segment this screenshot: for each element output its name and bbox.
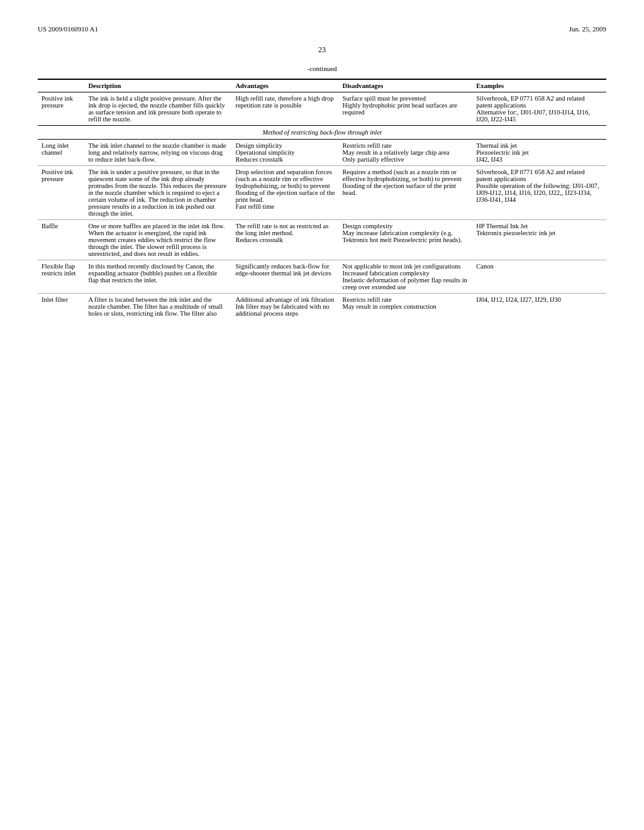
row-examples: Canon xyxy=(472,260,606,294)
patent-date: Jun. 25, 2009 xyxy=(569,25,606,33)
row-examples: IJ04, IJ12, IJ24, IJ27, IJ29, IJ30 xyxy=(472,294,606,320)
row-examples: Silverbrook, EP 0771 658 A2 and related … xyxy=(472,166,606,220)
page-header: US 2009/0160910 A1 Jun. 25, 2009 xyxy=(38,25,606,33)
table-row: Inlet filterA filter is located between … xyxy=(38,294,606,320)
row-disadvantages: Surface spill must be prevented Highly h… xyxy=(339,92,473,126)
table-row: Positive ink pressureThe ink is held a s… xyxy=(38,92,606,126)
row-label: Flexible flap restricts inlet xyxy=(38,260,84,294)
row-advantages: Drop selection and separation forces (su… xyxy=(231,166,338,220)
row-description: In this method recently disclosed by Can… xyxy=(84,260,231,294)
row-advantages: Significantly reduces back-flow for edge… xyxy=(231,260,338,294)
table-row: Positive ink pressureThe ink is under a … xyxy=(38,166,606,220)
continued-label: -continued xyxy=(38,65,606,72)
row-disadvantages: Design complexity May increase fabricati… xyxy=(339,220,473,260)
method-label: Method of restricting back-flow through … xyxy=(38,126,606,140)
row-description: The ink inlet channel to the nozzle cham… xyxy=(84,140,231,166)
col-header-disadvantages: Disadvantages xyxy=(339,79,473,92)
patent-number: US 2009/0160910 A1 xyxy=(38,25,98,33)
row-description: A filter is located between the ink inle… xyxy=(84,294,231,320)
row-description: The ink is held a slight positive pressu… xyxy=(84,92,231,126)
table-header-row: Description Advantages Disadvantages Exa… xyxy=(38,79,606,92)
col-header-advantages: Advantages xyxy=(231,79,338,92)
row-advantages: The refill rate is not as restricted as … xyxy=(231,220,338,260)
row-label: Positive ink pressure xyxy=(38,166,84,220)
row-examples: Thermal ink jet Piezoelectric ink jet IJ… xyxy=(472,140,606,166)
row-description: The ink is under a positive pressure, so… xyxy=(84,166,231,220)
row-advantages: Additional advantage of ink filtration I… xyxy=(231,294,338,320)
row-disadvantages: Restricts refill rate May result in comp… xyxy=(339,294,473,320)
row-advantages: Design simplicity Operational simplicity… xyxy=(231,140,338,166)
page-number: 23 xyxy=(38,45,606,55)
col-header-description: Description xyxy=(84,79,231,92)
method-divider-row: Method of restricting back-flow through … xyxy=(38,126,606,140)
row-disadvantages: Restricts refill rate May result in a re… xyxy=(339,140,473,166)
row-examples: Silverbrook, EP 0771 658 A2 and related … xyxy=(472,92,606,126)
table-row: Flexible flap restricts inletIn this met… xyxy=(38,260,606,294)
row-disadvantages: Requires a method (such as a nozzle rim … xyxy=(339,166,473,220)
row-label: Baffle xyxy=(38,220,84,260)
col-header-label xyxy=(38,79,84,92)
table-row: BaffleOne or more baffles are placed in … xyxy=(38,220,606,260)
row-label: Inlet filter xyxy=(38,294,84,320)
col-header-examples: Examples xyxy=(472,79,606,92)
row-label: Long inlet channel xyxy=(38,140,84,166)
row-examples: HP Thermal Ink Jet Tektronix piezoelectr… xyxy=(472,220,606,260)
row-label: Positive ink pressure xyxy=(38,92,84,126)
row-advantages: High refill rate, therefore a high drop … xyxy=(231,92,338,126)
row-description: One or more baffles are placed in the in… xyxy=(84,220,231,260)
patent-table: Description Advantages Disadvantages Exa… xyxy=(38,79,606,319)
table-row: Long inlet channelThe ink inlet channel … xyxy=(38,140,606,166)
row-disadvantages: Not applicable to most ink jet configura… xyxy=(339,260,473,294)
